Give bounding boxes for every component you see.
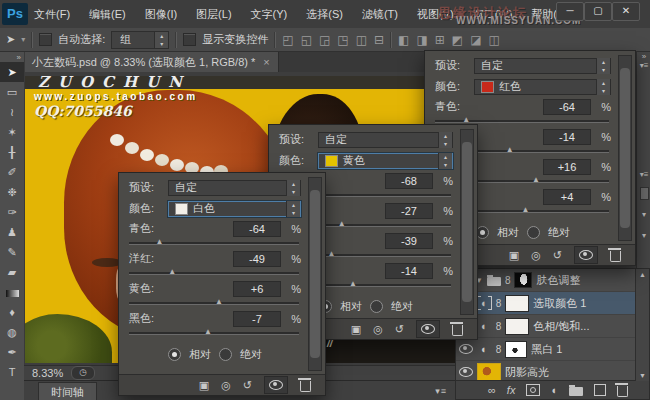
yellow-value[interactable]: +16	[543, 159, 591, 175]
menu-filter[interactable]: 滤镜(T)	[362, 7, 398, 22]
magenta-slider[interactable]: ▲	[129, 266, 299, 279]
visibility-toggle[interactable]	[574, 246, 598, 264]
eye-icon[interactable]	[459, 344, 473, 354]
clip-to-layer-icon[interactable]: ▣	[199, 376, 209, 394]
delete-adjustment-icon[interactable]	[610, 251, 621, 262]
menu-type[interactable]: 文字(Y)	[251, 7, 288, 22]
slider-thumb[interactable]: ▲	[349, 279, 357, 288]
color-select[interactable]: 白色▴▾	[168, 201, 301, 217]
spinner-icon[interactable]: ▴▾	[438, 153, 452, 169]
reset-icon[interactable]: ↺	[553, 246, 562, 264]
layers-scrollbar[interactable]: ▲ ▼	[635, 269, 649, 381]
spinner-icon[interactable]: ▴▾	[596, 58, 610, 74]
auto-select-dropdown[interactable]: 组 ▴▾	[111, 31, 169, 49]
lasso-tool[interactable]: ≀	[0, 102, 24, 122]
history-brush-tool[interactable]: ✎	[0, 242, 24, 262]
slider-thumb[interactable]: ▲	[532, 175, 540, 184]
minimize-button[interactable]: ─	[556, 2, 584, 21]
delete-layer-icon[interactable]	[617, 386, 628, 397]
maximize-button[interactable]: ▢	[584, 2, 612, 21]
dropdown-button-icon[interactable]: ▾	[637, 231, 650, 240]
new-layer-icon[interactable]	[594, 384, 606, 396]
dodge-tool[interactable]: ◍	[0, 322, 24, 342]
black-value[interactable]: +4	[543, 189, 591, 205]
preset-select[interactable]: 自定▴▾	[318, 132, 453, 148]
slider-thumb[interactable]: ▲	[204, 327, 212, 336]
color-select[interactable]: 红色▴▾	[474, 79, 611, 95]
delete-adjustment-icon[interactable]	[452, 325, 463, 336]
collapse-panels-icon[interactable]: »	[637, 52, 650, 61]
slider-thumb[interactable]: ▲	[168, 267, 176, 276]
menu-file[interactable]: 文件(F)	[34, 7, 70, 22]
pen-tool[interactable]: ✒	[0, 342, 24, 362]
align-left-edges-icon[interactable]: ◳	[337, 33, 348, 47]
magenta-value[interactable]: -49	[233, 251, 281, 267]
brush-tool[interactable]: ✑	[0, 202, 24, 222]
cyan-value[interactable]: -68	[385, 173, 433, 189]
align-bottom-edges-icon[interactable]: ◲	[319, 33, 330, 47]
eraser-tool[interactable]: ▰	[0, 262, 24, 282]
add-mask-icon[interactable]	[526, 384, 540, 396]
absolute-radio[interactable]	[219, 348, 232, 361]
layer-mask-thumbnail[interactable]	[505, 341, 527, 358]
scroll-up-icon[interactable]: ▲	[636, 271, 649, 278]
dialog-scrollbar[interactable]	[460, 129, 474, 315]
menu-layer[interactable]: 图层(L)	[196, 7, 231, 22]
visibility-toggle[interactable]	[416, 320, 440, 338]
slider-thumb[interactable]: ▲	[327, 249, 335, 258]
new-group-icon[interactable]	[569, 387, 583, 396]
align-horizontal-centers-icon[interactable]: ◫	[356, 33, 367, 47]
visibility-cell[interactable]	[459, 367, 473, 377]
spinner-icon[interactable]: ▴▾	[438, 132, 452, 148]
document-tab[interactable]: 小左数码.psd @ 8.33% (选取颜色 1, RGB/8) * ×	[24, 52, 279, 72]
reset-icon[interactable]: ↺	[395, 320, 404, 338]
spinner-icon[interactable]: ▴▾	[286, 180, 300, 196]
layer-row-group[interactable]: ▼ 8 肤色调整	[456, 269, 649, 292]
slider-thumb[interactable]: ▲	[156, 237, 164, 246]
distribute-vcenter-icon[interactable]: ◨	[416, 33, 427, 47]
view-previous-state-icon[interactable]: ◎	[373, 320, 383, 338]
zoom-level[interactable]: 8.33%	[32, 367, 63, 379]
slider-thumb[interactable]: ▲	[338, 219, 346, 228]
absolute-radio[interactable]	[527, 226, 540, 239]
distribute-right-icon[interactable]: ◫	[489, 33, 500, 47]
distribute-top-icon[interactable]: ◧	[398, 33, 409, 47]
eye-icon[interactable]	[459, 367, 473, 377]
layer-row-hue-saturation[interactable]: ◐ 8 色相/饱和...	[456, 315, 649, 338]
marquee-tool[interactable]: ▭	[0, 82, 24, 102]
cyan-value[interactable]: -64	[543, 99, 591, 115]
toolbar-collapse-icon[interactable]: »	[0, 52, 24, 62]
scroll-down-icon[interactable]: ▼	[636, 372, 649, 379]
layer-mask-thumbnail[interactable]	[505, 295, 529, 312]
blur-tool[interactable]: ♦	[0, 302, 24, 322]
delete-adjustment-icon[interactable]	[300, 381, 311, 392]
close-button[interactable]: ✕	[612, 2, 640, 21]
black-value[interactable]: -14	[385, 263, 433, 279]
group-mask-thumbnail[interactable]	[514, 272, 532, 288]
healing-brush-tool[interactable]: ❉	[0, 182, 24, 202]
reset-icon[interactable]: ↺	[243, 376, 252, 394]
layer-row-selective-color[interactable]: ◐ 8 选取颜色 1	[456, 292, 649, 315]
cyan-slider[interactable]: ▲	[129, 236, 299, 249]
preset-select[interactable]: 自定▴▾	[474, 58, 611, 74]
cyan-value[interactable]: -64	[233, 221, 281, 237]
color-select[interactable]: 黄色▴▾	[318, 153, 453, 169]
preset-select[interactable]: 自定▴▾	[168, 180, 301, 196]
magenta-value[interactable]: -14	[543, 129, 591, 145]
panel-menu-icon[interactable]: ▾≡	[637, 61, 650, 70]
yellow-value[interactable]: -39	[385, 233, 433, 249]
toggle-icon[interactable]	[637, 187, 650, 202]
clip-to-layer-icon[interactable]: ▣	[509, 246, 519, 264]
align-right-edges-icon[interactable]: ⊟	[374, 33, 384, 47]
dialog-scrollbar[interactable]	[308, 177, 322, 371]
align-vertical-centers-icon[interactable]: ◱	[301, 33, 312, 47]
view-previous-state-icon[interactable]: ◎	[221, 376, 231, 394]
move-tool[interactable]: ➤	[0, 62, 24, 82]
distribute-bottom-icon[interactable]: ⊞	[435, 33, 445, 47]
gradient-tool[interactable]	[0, 282, 24, 302]
clone-stamp-tool[interactable]: ♟	[0, 222, 24, 242]
slider-thumb[interactable]: ▲	[521, 205, 529, 214]
panel-menu-icon[interactable]: ▾≡	[435, 386, 447, 396]
new-adjustment-icon[interactable]: ◐	[551, 384, 558, 396]
crop-tool[interactable]: ╂	[0, 142, 24, 162]
